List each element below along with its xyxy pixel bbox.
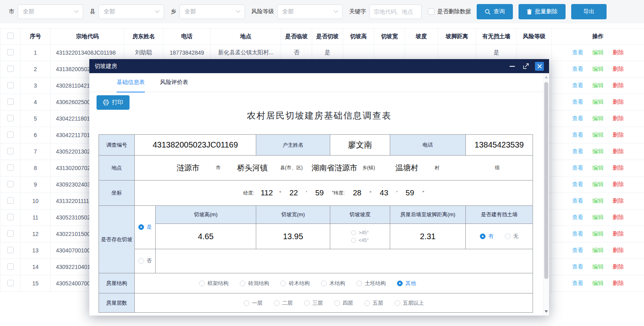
- delete-link[interactable]: 删除: [613, 230, 624, 238]
- close-button[interactable]: [535, 62, 544, 71]
- tab-basic-info[interactable]: 基础信息表: [117, 73, 145, 92]
- radio-option[interactable]: 有: [480, 233, 494, 240]
- delete-link[interactable]: 删除: [613, 214, 624, 221]
- scroll-down-icon[interactable]: [545, 310, 548, 313]
- delete-link[interactable]: 删除: [613, 98, 624, 106]
- filter-select-town[interactable]: 全部: [179, 4, 245, 19]
- radio-option[interactable]: 三层: [304, 299, 323, 307]
- delete-link[interactable]: 删除: [613, 247, 624, 254]
- row-checkbox[interactable]: [7, 247, 14, 253]
- radio-option[interactable]: 木结构: [321, 280, 345, 287]
- row-checkbox[interactable]: [7, 148, 14, 154]
- radio-option[interactable]: 土坯结构: [356, 280, 386, 287]
- row-checkbox[interactable]: [7, 280, 14, 286]
- delete-link[interactable]: 删除: [613, 197, 624, 205]
- edit-link[interactable]: 编辑: [593, 49, 604, 56]
- edit-link[interactable]: 编辑: [593, 197, 604, 205]
- edit-link[interactable]: 编辑: [593, 82, 604, 89]
- view-link[interactable]: 查看: [572, 247, 583, 254]
- view-link[interactable]: 查看: [572, 66, 583, 73]
- row-checkbox[interactable]: [7, 115, 14, 121]
- edit-link[interactable]: 编辑: [593, 66, 604, 73]
- keyword-input[interactable]: [369, 4, 422, 19]
- view-link[interactable]: 查看: [572, 98, 583, 106]
- radio-option[interactable]: <45°: [351, 238, 368, 243]
- delete-link[interactable]: 删除: [613, 82, 624, 89]
- delete-link[interactable]: 删除: [613, 280, 624, 287]
- radio-option[interactable]: 是: [138, 223, 152, 231]
- row-checkbox[interactable]: [7, 49, 14, 55]
- view-link[interactable]: 查看: [572, 230, 583, 238]
- cell-no: 3: [21, 78, 51, 94]
- delete-link[interactable]: 删除: [613, 115, 624, 122]
- view-link[interactable]: 查看: [572, 164, 583, 172]
- maximize-button[interactable]: [521, 62, 530, 71]
- scroll-up-icon[interactable]: [545, 76, 548, 78]
- edit-link[interactable]: 编辑: [593, 247, 604, 254]
- edit-link[interactable]: 编辑: [593, 164, 604, 172]
- radio-option[interactable]: 无: [505, 233, 518, 240]
- row-checkbox[interactable]: [7, 263, 14, 270]
- edit-link[interactable]: 编辑: [593, 263, 604, 271]
- filter-select-city[interactable]: 全部: [18, 4, 83, 19]
- delete-link[interactable]: 删除: [613, 131, 624, 139]
- select-all-cell: [0, 29, 21, 45]
- row-checkbox[interactable]: [7, 230, 14, 237]
- row-checkbox[interactable]: [7, 98, 14, 105]
- row-checkbox[interactable]: [7, 197, 14, 204]
- delete-link[interactable]: 删除: [613, 263, 624, 271]
- row-checkbox[interactable]: [7, 131, 14, 138]
- edit-link[interactable]: 编辑: [593, 181, 604, 188]
- minimize-button[interactable]: [508, 62, 516, 71]
- filter-select-risk[interactable]: 全部: [277, 4, 343, 19]
- view-link[interactable]: 查看: [572, 263, 583, 271]
- view-link[interactable]: 查看: [572, 49, 583, 56]
- radio-option[interactable]: 否: [138, 257, 152, 264]
- view-link[interactable]: 查看: [572, 197, 583, 205]
- edit-link[interactable]: 编辑: [593, 115, 604, 122]
- delete-link[interactable]: 删除: [613, 66, 624, 73]
- radio-option[interactable]: 其他: [397, 280, 416, 287]
- row-checkbox[interactable]: [7, 82, 14, 88]
- batch-delete-button[interactable]: 批量删除: [518, 4, 566, 19]
- delete-link[interactable]: 删除: [613, 148, 624, 155]
- delete-link[interactable]: 删除: [613, 164, 624, 172]
- radio-option[interactable]: 砖混结构: [240, 280, 269, 287]
- delete-link[interactable]: 删除: [613, 49, 624, 56]
- view-link[interactable]: 查看: [572, 181, 583, 188]
- edit-link[interactable]: 编辑: [593, 230, 604, 238]
- view-link[interactable]: 查看: [572, 280, 583, 287]
- radio-option[interactable]: 四层: [334, 299, 353, 307]
- view-link[interactable]: 查看: [572, 131, 583, 139]
- select-all-checkbox[interactable]: [7, 33, 14, 39]
- radio-option[interactable]: 一层: [244, 299, 263, 307]
- cell-actions: 查看编辑删除: [552, 94, 644, 111]
- edit-link[interactable]: 编辑: [593, 98, 604, 106]
- radio-option[interactable]: >45°: [351, 230, 368, 236]
- radio-option[interactable]: 二层: [274, 299, 293, 307]
- view-link[interactable]: 查看: [572, 82, 583, 89]
- export-button[interactable]: 导出: [571, 4, 607, 19]
- delete-link[interactable]: 删除: [613, 181, 624, 188]
- tab-risk-evaluation[interactable]: 风险评价表: [160, 73, 188, 92]
- query-button[interactable]: 查询: [477, 4, 513, 19]
- row-checkbox[interactable]: [7, 164, 14, 171]
- radio-option[interactable]: 五层: [364, 299, 383, 307]
- row-checkbox[interactable]: [7, 66, 14, 72]
- view-link[interactable]: 查看: [572, 115, 583, 122]
- delete-data-checkbox[interactable]: [428, 8, 434, 15]
- edit-link[interactable]: 编辑: [593, 148, 604, 155]
- row-checkbox[interactable]: [7, 214, 14, 220]
- radio-option[interactable]: 框架结构: [199, 280, 228, 287]
- row-checkbox[interactable]: [7, 181, 14, 187]
- radio-option[interactable]: 五层以上: [395, 299, 424, 307]
- print-button[interactable]: 打印: [97, 95, 130, 110]
- view-link[interactable]: 查看: [572, 148, 583, 155]
- edit-link[interactable]: 编辑: [593, 131, 604, 139]
- edit-link[interactable]: 编辑: [593, 214, 604, 221]
- view-link[interactable]: 查看: [572, 214, 583, 221]
- filter-select-county[interactable]: 全部: [99, 4, 164, 19]
- edit-link[interactable]: 编辑: [593, 280, 604, 287]
- scrollbar-thumb[interactable]: [544, 82, 548, 279]
- radio-option[interactable]: 砖木结构: [280, 280, 310, 287]
